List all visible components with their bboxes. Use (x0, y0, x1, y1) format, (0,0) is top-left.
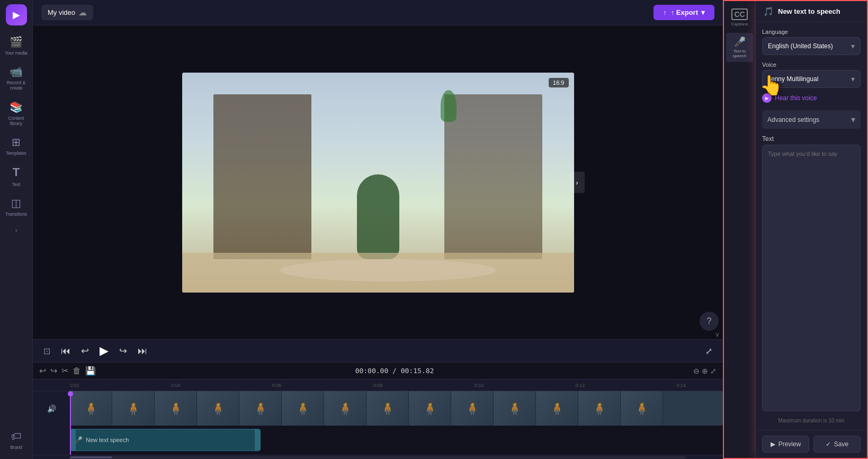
save-tts-button[interactable]: ✓ Save (813, 436, 861, 453)
video-thumbnails: 🧍 🧍 🧍 🧍 🧍 🧍 🧍 🧍 🧍 🧍 🧍 🧍 🧍 🧍 (70, 391, 723, 426)
language-label: Language (762, 29, 861, 35)
topbar-left: My video ☁ (41, 5, 93, 20)
undo-button[interactable]: ↩ (39, 366, 46, 376)
voice-label: Voice (762, 61, 861, 68)
project-name[interactable]: My video ☁ (41, 5, 93, 20)
audio-wave-icon: 🎤 (75, 436, 83, 444)
captions-icon: CC (731, 8, 747, 20)
thumb-person-icon: 🧍 (126, 401, 141, 416)
thumb-7: 🧍 (324, 391, 366, 426)
templates-icon: ⊞ (12, 136, 21, 148)
thumb-person-icon: 🧍 (549, 401, 565, 416)
redo-button[interactable]: ↪ (50, 366, 57, 376)
sidebar-item-content-library[interactable]: 📚 Content library (0, 96, 33, 130)
tts-body: Language English (United States) ▾ Voice… (756, 22, 867, 430)
zoom-controls: ⊖ ⊕ ⤢ (693, 367, 717, 375)
voice-select[interactable]: Jenny Multilingual ▾ (762, 70, 861, 88)
save-icon: ✓ (826, 440, 831, 448)
sidebar-expand-btn[interactable]: › (11, 222, 22, 239)
thumb-2: 🧍 (112, 391, 155, 426)
monitor-icon[interactable]: ⊡ (43, 346, 50, 356)
library-icon: 📚 (10, 101, 23, 113)
thumb-14: 🧍 (621, 391, 663, 426)
forward-button[interactable]: ↪ (119, 345, 127, 357)
tab-captions[interactable]: CC Captions (728, 5, 751, 30)
fullscreen-button[interactable]: ⤢ (705, 346, 712, 356)
cut-button[interactable]: ✂ (61, 366, 68, 376)
right-panel-wrapper: CC Captions 🎤 Text to speech 🎵 New text … (723, 0, 868, 459)
delete-button[interactable]: 🗑 (73, 366, 81, 376)
text-section: Text (762, 135, 861, 411)
sidebar-item-text[interactable]: T Text (0, 161, 33, 191)
video-track: 🔊 🧍 🧍 🧍 🧍 🧍 🧍 🧍 🧍 🧍 🧍 🧍 🧍 🧍 (33, 391, 723, 426)
thumb-1: 🧍 (70, 391, 112, 426)
fit-button[interactable]: ⤢ (710, 367, 717, 375)
skip-back-button[interactable]: ⏮ (61, 346, 70, 357)
thumb-12: 🧍 (536, 391, 578, 426)
thumb-person-icon: 🧍 (210, 401, 226, 416)
timeline-tracks: 🔊 🧍 🧍 🧍 🧍 🧍 🧍 🧍 🧍 🧍 🧍 🧍 🧍 🧍 (33, 391, 723, 455)
video-track-head: 🔊 (33, 391, 70, 426)
play-button[interactable]: ▶ (100, 344, 109, 358)
help-button[interactable]: ? (700, 312, 719, 331)
rewind-button[interactable]: ↩ (81, 345, 89, 357)
ruler-marks: 0:02 0:04 0:06 0:08 0:10 0:12 0:14 (70, 383, 686, 388)
cloud-icon: ☁ (78, 7, 87, 17)
skip-forward-button[interactable]: ⏭ (138, 346, 147, 357)
text-input[interactable] (762, 145, 861, 411)
transitions-icon: ◫ (11, 197, 21, 209)
hear-voice-play-icon: ▶ (762, 93, 772, 103)
language-section: Language English (United States) ▾ (762, 29, 861, 55)
export-button[interactable]: ↑ ↑ Export ▾ (654, 5, 714, 20)
thumb-6: 🧍 (282, 391, 324, 426)
advanced-settings-section[interactable]: Advanced settings ▾ (762, 110, 861, 129)
text-icon: T (13, 165, 20, 179)
sidebar: ▶ 🎬 Your media 📹 Record & create 📚 Conte… (0, 0, 33, 459)
advanced-label: Advanced settings (767, 116, 819, 123)
thumb-person-icon: 🧍 (507, 401, 523, 416)
thumb-person-icon: 🧍 (295, 401, 311, 416)
record-icon: 📹 (10, 65, 23, 78)
collapse-button[interactable]: ∨ (712, 330, 723, 339)
audio-track-head (33, 426, 70, 455)
sidebar-item-templates[interactable]: ⊞ Templates (0, 131, 33, 160)
max-duration-info: Maximum duration is 10 min (762, 418, 861, 423)
audio-clip[interactable]: 🎤 New text speech (70, 429, 261, 451)
timeline-scrollbar[interactable] (33, 455, 723, 459)
clip-left-handle[interactable] (70, 429, 76, 451)
scrollbar-thumb[interactable] (70, 456, 112, 458)
hear-voice-button[interactable]: ▶ Hear this voice (762, 92, 817, 104)
language-select[interactable]: English (United States) ▾ (762, 37, 861, 55)
tts-header: 🎵 New text to speech (756, 1, 867, 22)
audio-track: 🎤 New text speech (33, 426, 723, 455)
thumb-person-icon: 🧍 (168, 401, 184, 416)
thumb-8: 🧍 (366, 391, 409, 426)
sidebar-item-transitions[interactable]: ◫ Transitions (0, 192, 33, 221)
tts-title: New text to speech (778, 7, 840, 15)
preview-button[interactable]: ▶ Preview (762, 436, 809, 453)
export-icon: ↑ (663, 8, 667, 16)
video-track-audio-icon: 🔊 (47, 404, 56, 413)
sidebar-item-your-media[interactable]: 🎬 Your media (0, 31, 33, 60)
brand-icon: 🏷 (11, 430, 22, 443)
zoom-in-button[interactable]: ⊕ (702, 367, 708, 375)
thumb-10: 🧍 (451, 391, 494, 426)
advanced-chevron-icon: ▾ (851, 114, 855, 125)
thumb-4: 🧍 (197, 391, 239, 426)
topbar: My video ☁ ↑ ↑ Export ▾ (33, 0, 723, 25)
thumb-13: 🧍 (578, 391, 621, 426)
tts-header-icon: 🎵 (763, 6, 774, 16)
sidebar-item-brand[interactable]: 🏷 Brand (0, 426, 33, 454)
zoom-out-button[interactable]: ⊖ (693, 367, 700, 375)
thumb-9: 🧍 (409, 391, 451, 426)
nav-arrow-right-button[interactable]: › (570, 172, 585, 193)
clip-right-handle[interactable] (255, 429, 260, 451)
thumb-5: 🧍 (239, 391, 282, 426)
thumb-person-icon: 🧍 (592, 401, 607, 416)
app-logo[interactable]: ▶ (6, 4, 27, 25)
tab-text-to-speech[interactable]: 🎤 Text to speech (726, 33, 753, 62)
save-button[interactable]: 💾 (85, 366, 96, 376)
video-controls: ⊡ ⏮ ↩ ▶ ↪ ⏭ ⤢ (33, 339, 723, 362)
sidebar-item-record[interactable]: 📹 Record & create (0, 61, 33, 95)
video-container: 16:9 (182, 73, 574, 293)
